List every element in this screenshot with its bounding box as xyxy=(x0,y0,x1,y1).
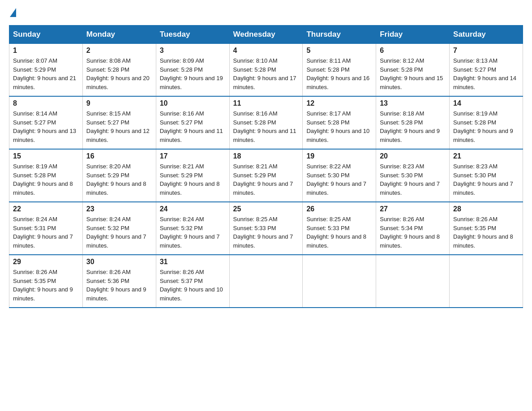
day-info: Sunrise: 8:26 AMSunset: 5:35 PMDaylight:… xyxy=(13,268,79,303)
day-info: Sunrise: 8:21 AMSunset: 5:29 PMDaylight:… xyxy=(233,162,299,197)
calendar-cell: 5Sunrise: 8:11 AMSunset: 5:28 PMDaylight… xyxy=(303,44,376,97)
day-info: Sunrise: 8:13 AMSunset: 5:27 PMDaylight:… xyxy=(453,56,519,91)
calendar-cell: 26Sunrise: 8:25 AMSunset: 5:33 PMDayligh… xyxy=(303,202,376,255)
calendar-cell xyxy=(303,255,376,308)
day-number: 30 xyxy=(86,258,152,266)
calendar-cell: 12Sunrise: 8:17 AMSunset: 5:28 PMDayligh… xyxy=(303,96,376,149)
day-number: 1 xyxy=(13,47,79,55)
day-info: Sunrise: 8:21 AMSunset: 5:29 PMDaylight:… xyxy=(160,162,226,197)
day-number: 27 xyxy=(380,205,446,213)
day-info: Sunrise: 8:25 AMSunset: 5:33 PMDaylight:… xyxy=(306,215,372,250)
column-header-thursday: Thursday xyxy=(303,26,376,44)
day-number: 14 xyxy=(453,99,519,107)
day-info: Sunrise: 8:24 AMSunset: 5:32 PMDaylight:… xyxy=(86,215,152,250)
calendar-cell: 2Sunrise: 8:08 AMSunset: 5:28 PMDaylight… xyxy=(82,44,156,97)
calendar-cell xyxy=(229,255,303,308)
day-info: Sunrise: 8:20 AMSunset: 5:29 PMDaylight:… xyxy=(86,162,152,197)
day-number: 3 xyxy=(160,47,226,55)
day-info: Sunrise: 8:25 AMSunset: 5:33 PMDaylight:… xyxy=(233,215,299,250)
calendar-cell: 28Sunrise: 8:26 AMSunset: 5:35 PMDayligh… xyxy=(450,202,523,255)
calendar-cell: 18Sunrise: 8:21 AMSunset: 5:29 PMDayligh… xyxy=(229,149,303,202)
day-info: Sunrise: 8:26 AMSunset: 5:35 PMDaylight:… xyxy=(453,215,519,250)
day-number: 31 xyxy=(160,258,226,266)
calendar-cell: 20Sunrise: 8:23 AMSunset: 5:30 PMDayligh… xyxy=(376,149,450,202)
calendar-cell xyxy=(376,255,450,308)
column-header-sunday: Sunday xyxy=(9,26,83,44)
day-info: Sunrise: 8:24 AMSunset: 5:32 PMDaylight:… xyxy=(160,215,226,250)
calendar-cell: 22Sunrise: 8:24 AMSunset: 5:31 PMDayligh… xyxy=(9,202,83,255)
calendar-cell: 3Sunrise: 8:09 AMSunset: 5:28 PMDaylight… xyxy=(156,44,229,97)
calendar-cell: 17Sunrise: 8:21 AMSunset: 5:29 PMDayligh… xyxy=(156,149,229,202)
day-number: 10 xyxy=(160,99,226,107)
calendar-cell: 30Sunrise: 8:26 AMSunset: 5:36 PMDayligh… xyxy=(82,255,156,308)
calendar-cell: 16Sunrise: 8:20 AMSunset: 5:29 PMDayligh… xyxy=(82,149,156,202)
day-number: 29 xyxy=(13,258,79,266)
calendar-cell: 25Sunrise: 8:25 AMSunset: 5:33 PMDayligh… xyxy=(229,202,303,255)
calendar-week-row: 1Sunrise: 8:07 AMSunset: 5:29 PMDaylight… xyxy=(9,44,523,97)
day-number: 18 xyxy=(233,152,299,160)
day-info: Sunrise: 8:23 AMSunset: 5:30 PMDaylight:… xyxy=(380,162,446,197)
day-info: Sunrise: 8:14 AMSunset: 5:27 PMDaylight:… xyxy=(13,109,79,144)
day-info: Sunrise: 8:16 AMSunset: 5:28 PMDaylight:… xyxy=(233,109,299,144)
calendar-cell: 14Sunrise: 8:19 AMSunset: 5:28 PMDayligh… xyxy=(450,96,523,149)
day-number: 23 xyxy=(86,205,152,213)
day-number: 12 xyxy=(306,99,372,107)
day-number: 19 xyxy=(306,152,372,160)
logo xyxy=(9,9,16,16)
day-info: Sunrise: 8:12 AMSunset: 5:28 PMDaylight:… xyxy=(380,56,446,91)
calendar-cell: 8Sunrise: 8:14 AMSunset: 5:27 PMDaylight… xyxy=(9,96,83,149)
calendar-cell: 21Sunrise: 8:23 AMSunset: 5:30 PMDayligh… xyxy=(450,149,523,202)
calendar-cell: 24Sunrise: 8:24 AMSunset: 5:32 PMDayligh… xyxy=(156,202,229,255)
day-info: Sunrise: 8:16 AMSunset: 5:27 PMDaylight:… xyxy=(160,109,226,144)
calendar-cell: 13Sunrise: 8:18 AMSunset: 5:28 PMDayligh… xyxy=(376,96,450,149)
day-number: 7 xyxy=(453,47,519,55)
day-info: Sunrise: 8:09 AMSunset: 5:28 PMDaylight:… xyxy=(160,56,226,91)
day-number: 26 xyxy=(306,205,372,213)
logo-triangle-icon xyxy=(10,8,16,17)
day-number: 5 xyxy=(306,47,372,55)
day-number: 6 xyxy=(380,47,446,55)
calendar-week-row: 22Sunrise: 8:24 AMSunset: 5:31 PMDayligh… xyxy=(9,202,523,255)
day-info: Sunrise: 8:07 AMSunset: 5:29 PMDaylight:… xyxy=(13,56,79,91)
day-number: 20 xyxy=(380,152,446,160)
day-info: Sunrise: 8:10 AMSunset: 5:28 PMDaylight:… xyxy=(233,56,299,91)
calendar-cell: 15Sunrise: 8:19 AMSunset: 5:28 PMDayligh… xyxy=(9,149,83,202)
calendar-cell: 11Sunrise: 8:16 AMSunset: 5:28 PMDayligh… xyxy=(229,96,303,149)
day-number: 15 xyxy=(13,152,79,160)
calendar-table: SundayMondayTuesdayWednesdayThursdayFrid… xyxy=(9,25,523,308)
day-info: Sunrise: 8:08 AMSunset: 5:28 PMDaylight:… xyxy=(86,56,152,91)
day-info: Sunrise: 8:23 AMSunset: 5:30 PMDaylight:… xyxy=(453,162,519,197)
day-info: Sunrise: 8:11 AMSunset: 5:28 PMDaylight:… xyxy=(306,56,372,91)
day-info: Sunrise: 8:18 AMSunset: 5:28 PMDaylight:… xyxy=(380,109,446,144)
calendar-week-row: 8Sunrise: 8:14 AMSunset: 5:27 PMDaylight… xyxy=(9,96,523,149)
day-number: 21 xyxy=(453,152,519,160)
day-info: Sunrise: 8:26 AMSunset: 5:36 PMDaylight:… xyxy=(86,268,152,303)
calendar-week-row: 29Sunrise: 8:26 AMSunset: 5:35 PMDayligh… xyxy=(9,255,523,308)
day-number: 9 xyxy=(86,99,152,107)
column-header-wednesday: Wednesday xyxy=(229,26,303,44)
day-number: 17 xyxy=(160,152,226,160)
day-number: 2 xyxy=(86,47,152,55)
day-info: Sunrise: 8:24 AMSunset: 5:31 PMDaylight:… xyxy=(13,215,79,250)
calendar-cell: 9Sunrise: 8:15 AMSunset: 5:27 PMDaylight… xyxy=(82,96,156,149)
column-header-friday: Friday xyxy=(376,26,450,44)
calendar-week-row: 15Sunrise: 8:19 AMSunset: 5:28 PMDayligh… xyxy=(9,149,523,202)
calendar-cell: 1Sunrise: 8:07 AMSunset: 5:29 PMDaylight… xyxy=(9,44,83,97)
calendar-cell: 31Sunrise: 8:26 AMSunset: 5:37 PMDayligh… xyxy=(156,255,229,308)
day-number: 16 xyxy=(86,152,152,160)
calendar-cell: 10Sunrise: 8:16 AMSunset: 5:27 PMDayligh… xyxy=(156,96,229,149)
day-info: Sunrise: 8:17 AMSunset: 5:28 PMDaylight:… xyxy=(306,109,372,144)
day-number: 8 xyxy=(13,99,79,107)
day-info: Sunrise: 8:26 AMSunset: 5:37 PMDaylight:… xyxy=(160,268,226,303)
day-number: 25 xyxy=(233,205,299,213)
day-number: 13 xyxy=(380,99,446,107)
calendar-cell: 27Sunrise: 8:26 AMSunset: 5:34 PMDayligh… xyxy=(376,202,450,255)
calendar-cell: 6Sunrise: 8:12 AMSunset: 5:28 PMDaylight… xyxy=(376,44,450,97)
column-header-saturday: Saturday xyxy=(450,26,523,44)
day-number: 22 xyxy=(13,205,79,213)
day-info: Sunrise: 8:19 AMSunset: 5:28 PMDaylight:… xyxy=(13,162,79,197)
day-info: Sunrise: 8:22 AMSunset: 5:30 PMDaylight:… xyxy=(306,162,372,197)
day-number: 11 xyxy=(233,99,299,107)
column-header-monday: Monday xyxy=(82,26,156,44)
calendar-cell: 29Sunrise: 8:26 AMSunset: 5:35 PMDayligh… xyxy=(9,255,83,308)
